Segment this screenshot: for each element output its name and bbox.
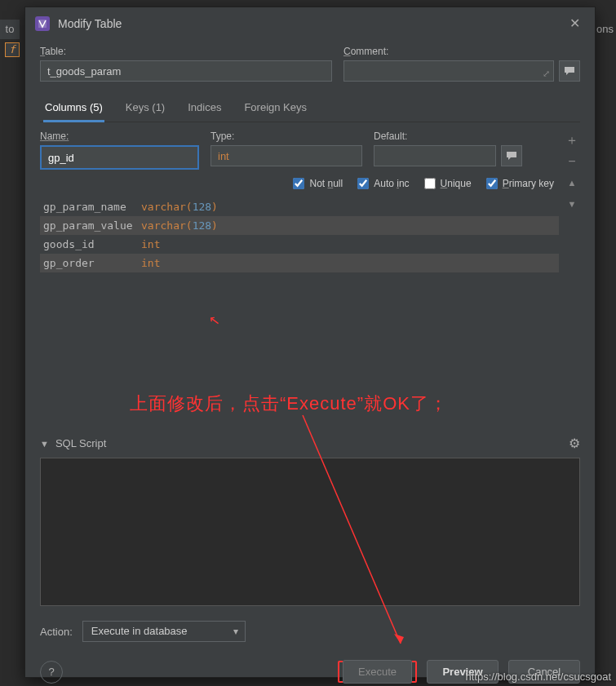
column-name-input[interactable] bbox=[40, 145, 199, 170]
action-select[interactable]: Execute in database bbox=[82, 621, 246, 642]
comment-edit-button[interactable] bbox=[559, 60, 580, 82]
modify-table-dialog: Modify Table ✕ TaTable:ble: Comment:Comm… bbox=[24, 7, 596, 678]
unique-check[interactable]: UniqueUnique bbox=[424, 178, 472, 189]
background-fragment-left: to bbox=[0, 20, 20, 39]
chevron-down-icon: ▼ bbox=[40, 439, 49, 449]
column-editor: Name: Type: Default: bbox=[40, 131, 559, 272]
execute-button[interactable]: Execute bbox=[343, 660, 412, 684]
column-type-input[interactable] bbox=[211, 145, 362, 166]
table-label: TaTable:ble: bbox=[40, 46, 332, 57]
annotation-arrow bbox=[303, 415, 401, 652]
sidebar-function-icon: f bbox=[5, 42, 20, 57]
move-down-icon[interactable]: ▼ bbox=[568, 197, 577, 210]
not-null-check[interactable]: Not nullNot null bbox=[293, 178, 343, 189]
tab-columns[interactable]: Columns (5) bbox=[43, 96, 104, 122]
table-input[interactable] bbox=[40, 60, 332, 82]
watermark: https://blog.csdn.net/csucsgoat bbox=[466, 671, 612, 683]
comment-input[interactable]: ⤢ bbox=[343, 60, 554, 82]
table-field: TaTable:ble: bbox=[40, 46, 332, 82]
columns-list: gp_param_name varchar(128) gp_param_valu… bbox=[40, 197, 559, 272]
tab-foreign-keys[interactable]: Foreign Keys bbox=[242, 96, 308, 122]
comment-label: Comment:Comment: bbox=[343, 46, 580, 57]
list-item[interactable]: goods_id int bbox=[40, 235, 559, 254]
annotation-small-arrow: ↖ bbox=[208, 312, 221, 329]
name-label: Name: bbox=[40, 131, 199, 142]
action-label: Action: bbox=[40, 626, 73, 638]
tab-indices[interactable]: Indices bbox=[186, 96, 223, 122]
remove-column-icon[interactable]: − bbox=[568, 155, 575, 168]
svg-line-1 bbox=[303, 415, 401, 644]
speech-bubble-icon bbox=[564, 65, 575, 77]
expand-icon[interactable]: ⤢ bbox=[543, 69, 550, 79]
gear-icon[interactable]: ⚙ bbox=[569, 436, 580, 451]
list-item[interactable]: gp_param_name varchar(128) bbox=[40, 197, 559, 216]
column-default-input[interactable] bbox=[374, 145, 496, 166]
comment-field: Comment:Comment: ⤢ bbox=[343, 46, 580, 82]
titlebar: Modify Table ✕ bbox=[25, 7, 595, 39]
default-label: Default: bbox=[374, 131, 522, 142]
type-label: Type: bbox=[211, 131, 362, 142]
help-button[interactable]: ? bbox=[40, 661, 63, 684]
list-item[interactable]: gp_order int bbox=[40, 254, 559, 272]
column-tools: ＋ − ▲ ▼ bbox=[564, 134, 580, 272]
close-icon[interactable]: ✕ bbox=[565, 14, 585, 33]
speech-bubble-icon bbox=[506, 150, 517, 162]
tabs: Columns (5) Keys (1) Indices Foreign Key… bbox=[40, 96, 580, 122]
auto-inc-check[interactable]: Auto incAuto inc bbox=[357, 178, 409, 189]
execute-highlight: Execute bbox=[338, 661, 417, 683]
tab-keys[interactable]: Keys (1) bbox=[124, 96, 166, 122]
column-checks: Not nullNot null Auto incAuto inc Unique… bbox=[40, 178, 559, 189]
sql-script-label: SQL Script bbox=[55, 437, 106, 449]
primary-key-check[interactable]: Primary keyPrimary key bbox=[486, 178, 554, 189]
background-fragment-right: ons bbox=[596, 20, 616, 39]
add-column-icon[interactable]: ＋ bbox=[565, 134, 578, 147]
app-icon bbox=[35, 16, 50, 31]
move-up-icon[interactable]: ▲ bbox=[568, 176, 577, 189]
default-edit-button[interactable] bbox=[501, 145, 522, 166]
window-title: Modify Table bbox=[58, 17, 556, 30]
list-item[interactable]: gp_param_value varchar(128) bbox=[40, 216, 559, 235]
annotation-text: 上面修改后，点击“Execute”就OK了； bbox=[130, 392, 448, 416]
